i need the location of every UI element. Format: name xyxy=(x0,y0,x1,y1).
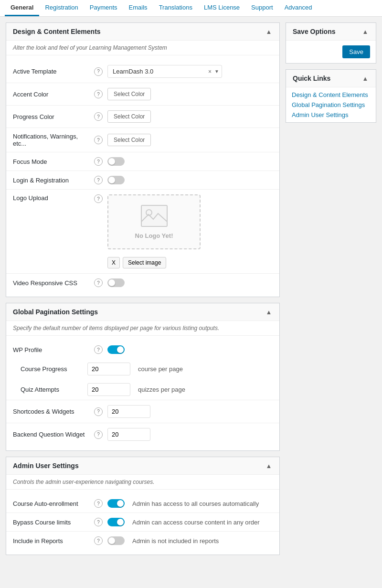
shortcodes-row: Shortcodes & Widgets ? xyxy=(6,400,279,423)
quick-link-item[interactable]: Admin User Settings xyxy=(292,111,370,118)
nav-tab-payments[interactable]: Payments xyxy=(84,0,123,16)
active-template-help[interactable]: ? xyxy=(94,67,103,76)
nav-tab-registration[interactable]: Registration xyxy=(39,0,84,16)
video-responsive-help[interactable]: ? xyxy=(94,278,103,287)
save-options-collapse[interactable]: ▲ xyxy=(361,28,369,35)
accent-color-row: Accent Color ? Select Color xyxy=(6,83,279,105)
quick-link-item[interactable]: Global Pagination Settings xyxy=(292,101,370,108)
login-reg-control xyxy=(107,176,273,184)
course-progress-row: Course Progress course per page xyxy=(6,359,279,379)
include-reports-control: Admin is not included in reports xyxy=(107,536,273,545)
design-content-panel: Design & Content Elements ▲ Alter the lo… xyxy=(6,22,280,297)
wp-profile-label: WP Profile xyxy=(13,346,89,353)
quick-links-header: Quick Links ▲ xyxy=(286,70,376,87)
backend-question-label: Backend Question Widget xyxy=(13,431,89,438)
wp-profile-help[interactable]: ? xyxy=(94,345,103,354)
login-reg-help[interactable]: ? xyxy=(94,176,103,184)
quick-links-panel: Quick Links ▲ Design & Content ElementsG… xyxy=(286,69,376,123)
nav-tab-emails[interactable]: Emails xyxy=(123,0,153,16)
admin-panel-header: Admin User Settings ▲ xyxy=(6,457,279,475)
shortcodes-control xyxy=(107,405,273,418)
wp-profile-control xyxy=(107,345,273,354)
design-panel-header: Design & Content Elements ▲ xyxy=(6,23,279,41)
bypass-limits-help[interactable]: ? xyxy=(94,518,103,526)
backend-question-input[interactable] xyxy=(107,428,150,441)
nav-tab-support[interactable]: Support xyxy=(245,0,279,16)
logo-upload-label: Logo Upload xyxy=(13,194,89,202)
autoenrollment-help[interactable]: ? xyxy=(94,499,103,508)
wp-profile-toggle[interactable] xyxy=(107,345,125,354)
login-reg-toggle[interactable] xyxy=(107,176,125,184)
admin-panel-body: Course Auto-enrollment ? Admin has acces… xyxy=(6,490,279,555)
logo-upload-control: No Logo Yet! X Select image xyxy=(107,194,273,268)
quiz-attempts-row: Quiz Attempts quizzes per page xyxy=(6,379,279,400)
logo-upload-help[interactable]: ? xyxy=(94,194,103,203)
wp-profile-row: WP Profile ? xyxy=(6,341,279,359)
bypass-limits-label: Bypass Course limits xyxy=(13,519,89,526)
active-template-label: Active Template xyxy=(13,68,89,75)
shortcodes-input[interactable] xyxy=(107,405,150,418)
design-panel-collapse[interactable]: ▲ xyxy=(265,28,273,35)
nav-tab-lms-license[interactable]: LMS License xyxy=(198,0,245,16)
svg-rect-0 xyxy=(141,205,167,226)
logo-remove-btn[interactable]: X xyxy=(107,257,120,268)
quick-links-body: Design & Content ElementsGlobal Paginati… xyxy=(286,87,376,122)
design-panel-subtitle: Alter the look and feel of your Learning… xyxy=(6,41,279,55)
pagination-panel-header: Global Pagination Settings ▲ xyxy=(6,303,279,321)
logo-upload-area: No Logo Yet! xyxy=(107,194,201,249)
video-responsive-row: Video Responsive CSS ? xyxy=(6,274,279,292)
nav-tabs: GeneralRegistrationPaymentsEmailsTransla… xyxy=(0,0,382,17)
autoenrollment-control: Admin has access to all courses automati… xyxy=(107,499,273,508)
course-per-page-label: course per page xyxy=(138,365,183,373)
admin-panel-collapse[interactable]: ▲ xyxy=(265,462,273,470)
course-progress-input[interactable] xyxy=(87,363,130,375)
focus-mode-label: Focus Mode xyxy=(13,158,89,165)
quiz-attempts-label: Quiz Attempts xyxy=(21,386,83,393)
select-clear-icon[interactable]: × xyxy=(208,68,212,75)
bypass-limits-row: Bypass Course limits ? Admin can access … xyxy=(6,513,279,531)
accent-color-btn[interactable]: Select Color xyxy=(107,88,151,100)
video-responsive-control xyxy=(107,278,273,287)
autoenrollment-label: Course Auto-enrollment xyxy=(13,500,89,507)
active-template-row: Active Template ? LearnDash 3.0 × ▼ xyxy=(6,60,279,83)
logo-placeholder-icon xyxy=(141,205,168,228)
include-reports-toggle[interactable] xyxy=(107,536,125,545)
active-template-control: LearnDash 3.0 × ▼ xyxy=(107,65,273,78)
focus-mode-help[interactable]: ? xyxy=(94,157,103,166)
shortcodes-label: Shortcodes & Widgets xyxy=(13,408,89,415)
quick-link-item[interactable]: Design & Content Elements xyxy=(292,91,370,98)
shortcodes-help[interactable]: ? xyxy=(94,407,103,416)
save-button[interactable]: Save xyxy=(342,45,370,58)
logo-upload-row: Logo Upload ? No Logo Yet! xyxy=(6,190,279,273)
admin-panel: Admin User Settings ▲ Controls the admin… xyxy=(6,457,280,555)
progress-color-btn[interactable]: Select Color xyxy=(107,110,151,123)
notifications-help[interactable]: ? xyxy=(94,136,103,144)
select-image-btn[interactable]: Select image xyxy=(123,257,166,268)
accent-color-help[interactable]: ? xyxy=(94,90,103,98)
save-panel-body: Save xyxy=(286,41,376,63)
pagination-panel-subtitle: Specify the default number of items disp… xyxy=(6,321,279,336)
progress-color-help[interactable]: ? xyxy=(94,112,103,121)
notifications-color-btn[interactable]: Select Color xyxy=(107,134,151,146)
save-options-panel: Save Options ▲ Save xyxy=(286,22,376,64)
bypass-limits-toggle[interactable] xyxy=(107,518,125,526)
pagination-panel-body: WP Profile ? Course Progress course per … xyxy=(6,336,279,450)
backend-question-help[interactable]: ? xyxy=(94,430,103,439)
focus-mode-toggle[interactable] xyxy=(107,157,125,166)
include-reports-help[interactable]: ? xyxy=(94,536,103,545)
video-responsive-label: Video Responsive CSS xyxy=(13,279,89,287)
logo-actions: X Select image xyxy=(107,257,166,268)
login-reg-row: Login & Registration ? xyxy=(6,171,279,189)
nav-tab-general[interactable]: General xyxy=(5,0,39,16)
pagination-panel-title: Global Pagination Settings xyxy=(13,308,98,316)
video-responsive-toggle[interactable] xyxy=(107,278,125,287)
progress-color-control: Select Color xyxy=(107,110,273,123)
quick-links-collapse[interactable]: ▲ xyxy=(361,75,369,82)
nav-tab-translations[interactable]: Translations xyxy=(153,0,198,16)
quiz-attempts-input[interactable] xyxy=(87,383,130,396)
sidebar: Save Options ▲ Save Quick Links ▲ Design… xyxy=(286,22,376,555)
nav-tab-advanced[interactable]: Advanced xyxy=(279,0,318,16)
autoenrollment-toggle[interactable] xyxy=(107,499,125,508)
active-template-select[interactable]: LearnDash 3.0 xyxy=(107,65,222,78)
pagination-panel-collapse[interactable]: ▲ xyxy=(265,308,273,316)
